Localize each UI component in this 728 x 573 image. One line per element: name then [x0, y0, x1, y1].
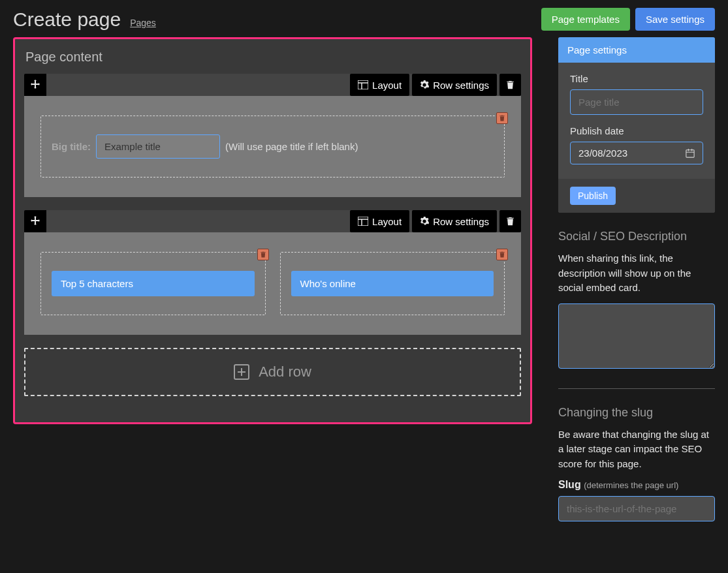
row-toolbar: Layout Row settings: [24, 74, 521, 96]
row-settings-label: Row settings: [433, 80, 489, 91]
save-settings-button[interactable]: Save settings: [635, 8, 715, 31]
page-templates-button[interactable]: Page templates: [541, 8, 630, 31]
slug-help-text: Be aware that changing the slug at a lat…: [558, 427, 715, 472]
row-toolbar: Layout Row settings: [24, 210, 521, 232]
row-settings-label: Row settings: [433, 216, 489, 227]
trash-icon: [506, 80, 514, 89]
trash-icon: [499, 251, 505, 258]
cell-delete-button[interactable]: [496, 249, 508, 260]
calendar-icon: [686, 149, 695, 158]
big-title-hint: (Will use page title if left blank): [225, 141, 358, 152]
seo-help-text: When sharing this link, the description …: [558, 251, 715, 296]
drag-handle[interactable]: [24, 74, 46, 96]
trash-icon: [260, 251, 266, 258]
page-title: Create page: [13, 8, 121, 31]
trash-icon: [506, 217, 514, 226]
publish-button[interactable]: Publish: [570, 187, 616, 205]
divider: [558, 388, 715, 389]
move-icon: [30, 216, 40, 226]
content-cell: Top 5 characters: [40, 252, 266, 315]
top-bar: Create page Pages Page templates Save se…: [13, 8, 715, 31]
sidebar: Page settings Title Publish date 23/08/2…: [558, 37, 715, 521]
cell-delete-button[interactable]: [257, 249, 269, 260]
layout-button[interactable]: Layout: [350, 210, 409, 232]
drag-handle[interactable]: [24, 210, 46, 232]
page-settings-body: Title Publish date 23/08/2023: [558, 63, 715, 179]
slug-label: Slug: [558, 479, 581, 490]
page-content-panel: Page content Layout Row settings: [13, 37, 532, 424]
row-delete-button[interactable]: [499, 74, 521, 96]
publish-date-value: 23/08/2023: [578, 147, 627, 159]
trash-icon: [499, 115, 505, 121]
title-label: Title: [570, 73, 703, 84]
page-settings-card: Page settings Title Publish date 23/08/2…: [558, 37, 715, 213]
slug-heading: Changing the slug: [558, 406, 715, 420]
title-input[interactable]: [570, 89, 703, 115]
widget-chip[interactable]: Top 5 characters: [52, 271, 255, 296]
layout-label: Layout: [372, 216, 402, 227]
seo-heading: Social / SEO Description: [558, 230, 715, 243]
layout-label: Layout: [372, 80, 402, 91]
row-settings-button[interactable]: Row settings: [412, 74, 497, 96]
seo-description-input[interactable]: [558, 303, 715, 369]
content-cell: Big title: (Will use page title if left …: [40, 116, 505, 178]
breadcrumb-pages[interactable]: Pages: [130, 18, 156, 28]
publish-date-input[interactable]: 23/08/2023: [570, 142, 703, 164]
row-delete-button[interactable]: [499, 210, 521, 232]
big-title-field: Big title: (Will use page title if left …: [52, 134, 494, 159]
plus-square-icon: [234, 364, 249, 380]
gear-icon: [420, 80, 429, 89]
row-body: Top 5 characters Who's online: [24, 232, 521, 335]
slug-label-row: Slug (determines the page url): [558, 479, 715, 491]
slug-section: Changing the slug Be aware that changing…: [558, 406, 715, 522]
content-row: Layout Row settings Top 5 characters: [24, 210, 521, 335]
main-layout: Page content Layout Row settings: [13, 37, 715, 521]
move-icon: [30, 80, 40, 90]
row-settings-button[interactable]: Row settings: [412, 210, 497, 232]
svg-rect-3: [358, 217, 368, 226]
seo-section: Social / SEO Description When sharing th…: [558, 230, 715, 371]
row-body: Big title: (Will use page title if left …: [24, 96, 521, 197]
content-cell: Who's online: [280, 252, 505, 315]
top-buttons: Page templates Save settings: [541, 8, 715, 31]
page-settings-footer: Publish: [558, 179, 715, 213]
svg-rect-9: [686, 149, 694, 157]
layout-icon: [358, 80, 368, 89]
gear-icon: [420, 217, 429, 226]
svg-rect-0: [358, 80, 368, 89]
add-row-button[interactable]: Add row: [24, 348, 521, 396]
layout-button[interactable]: Layout: [350, 74, 409, 96]
slug-input[interactable]: [558, 496, 715, 521]
layout-icon: [358, 217, 368, 226]
title-area: Create page Pages: [13, 8, 156, 31]
page-settings-header: Page settings: [558, 37, 715, 63]
big-title-label: Big title:: [52, 141, 91, 152]
big-title-input[interactable]: [96, 134, 220, 159]
publish-date-label: Publish date: [570, 125, 703, 136]
slug-sublabel: (determines the page url): [584, 480, 678, 490]
widget-chip[interactable]: Who's online: [291, 271, 494, 296]
cell-delete-button[interactable]: [496, 112, 508, 124]
page-content-heading: Page content: [25, 50, 521, 65]
content-row: Layout Row settings Big title:: [24, 74, 521, 197]
add-row-label: Add row: [259, 364, 311, 380]
